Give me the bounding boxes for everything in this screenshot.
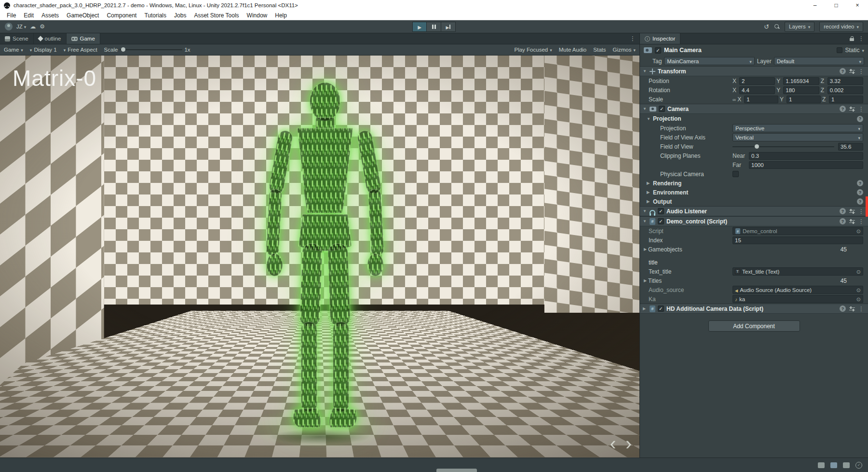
maximize-button[interactable]: □ (826, 0, 847, 11)
tab-game[interactable]: Game (67, 33, 100, 44)
foldout-icon[interactable] (647, 117, 651, 121)
hd-camera-enabled-checkbox[interactable] (658, 305, 664, 312)
rotation-x-field[interactable]: 4.4 (739, 86, 775, 94)
presets-icon[interactable] (849, 306, 855, 311)
gameobjects-size-field[interactable]: 45 (841, 246, 863, 253)
component-menu-icon[interactable] (858, 208, 864, 215)
audio-source-object-field[interactable]: Audio Source (Audio Source) (732, 286, 863, 294)
menu-component[interactable]: Component (103, 12, 140, 19)
position-y-field[interactable]: 1.165934 (783, 77, 819, 85)
text-title-object-field[interactable]: Text_title (Text) (732, 267, 863, 276)
minimize-button[interactable]: – (804, 0, 826, 11)
step-button[interactable] (441, 22, 456, 32)
audio-listener-header[interactable]: Audio Listener (640, 206, 868, 216)
menu-edit[interactable]: Edit (20, 12, 38, 19)
foldout-icon[interactable] (643, 219, 647, 223)
prev-arrow-icon[interactable]: ‹ (610, 434, 616, 453)
add-component-button[interactable]: Add Component (708, 320, 800, 332)
projection-section-header[interactable]: Projection (640, 114, 868, 124)
help-icon[interactable] (840, 68, 846, 74)
gameobject-name[interactable]: Main Camera (664, 47, 702, 54)
layer-dropdown[interactable]: Default (774, 57, 864, 65)
static-checkbox[interactable] (837, 47, 842, 53)
fov-slider-handle[interactable] (755, 144, 759, 149)
presets-icon[interactable] (849, 69, 855, 74)
scale-x-field[interactable]: 1 (744, 96, 778, 103)
status-icon-3[interactable] (843, 462, 850, 468)
scale-slider[interactable] (120, 49, 182, 50)
script-object-field[interactable]: Demo_control (732, 227, 863, 235)
help-icon[interactable] (840, 106, 846, 112)
constrain-proportions-icon[interactable] (732, 96, 736, 103)
foldout-icon[interactable] (647, 199, 651, 204)
ka-object-field[interactable]: ka (732, 295, 863, 303)
object-picker-icon[interactable] (856, 228, 861, 235)
tab-scene[interactable]: Scene (0, 33, 34, 44)
stats-toggle[interactable]: Stats (593, 47, 606, 53)
status-check-icon[interactable] (855, 462, 862, 469)
status-icon-2[interactable] (830, 462, 837, 468)
account-dropdown[interactable]: JZ (16, 24, 26, 29)
audio-listener-enabled-checkbox[interactable] (658, 208, 664, 214)
help-icon[interactable] (857, 189, 863, 195)
inspector-lock-icon[interactable] (850, 36, 854, 41)
undo-history-icon[interactable] (764, 23, 769, 30)
fov-slider[interactable] (732, 146, 834, 147)
foldout-icon[interactable] (643, 306, 647, 311)
presets-icon[interactable] (849, 106, 855, 111)
status-icon-1[interactable] (818, 462, 825, 468)
fov-value-field[interactable]: 35.6 (838, 143, 863, 151)
projection-dropdown[interactable]: Perspective (732, 124, 863, 132)
account-avatar[interactable] (5, 23, 13, 30)
gameobject-active-checkbox[interactable] (655, 47, 661, 54)
position-z-field[interactable]: 3.32 (827, 77, 863, 85)
menu-assets[interactable]: Assets (38, 12, 63, 19)
inspector-menu-icon[interactable] (858, 35, 864, 42)
presets-icon[interactable] (849, 208, 855, 214)
aspect-dropdown[interactable]: Free Aspect (64, 47, 97, 53)
menu-jobs[interactable]: Jobs (170, 12, 190, 19)
environment-foldout[interactable]: Environment (640, 188, 868, 197)
static-dropdown-icon[interactable] (862, 47, 864, 54)
camera-header[interactable]: Camera (640, 104, 868, 114)
object-picker-icon[interactable] (856, 287, 861, 293)
foldout-icon[interactable] (643, 69, 647, 73)
menu-file[interactable]: File (3, 12, 20, 19)
play-focused-dropdown[interactable]: Play Focused (515, 47, 552, 53)
foldout-icon[interactable] (643, 107, 647, 111)
help-icon[interactable] (840, 218, 846, 224)
menu-help[interactable]: Help (271, 12, 291, 19)
titles-size-field[interactable]: 45 (841, 278, 863, 284)
help-icon[interactable] (840, 208, 846, 214)
search-icon[interactable] (774, 24, 780, 29)
camera-enabled-checkbox[interactable] (659, 106, 665, 112)
help-icon[interactable] (857, 116, 863, 122)
hd-camera-data-header[interactable]: HD Additional Camera Data (Script) (640, 304, 868, 314)
next-arrow-icon[interactable]: › (625, 434, 632, 453)
layout-dropdown[interactable]: record video (819, 22, 863, 32)
menu-tutorials[interactable]: Tutorials (140, 12, 170, 19)
scale-y-field[interactable]: 1 (787, 96, 821, 103)
help-icon[interactable] (840, 305, 846, 312)
transform-header[interactable]: Transform (640, 66, 868, 76)
demo-control-enabled-checkbox[interactable] (658, 218, 664, 224)
object-picker-icon[interactable] (856, 296, 861, 303)
layers-dropdown[interactable]: Layers (785, 22, 814, 32)
game-panel-menu-icon[interactable] (630, 35, 636, 42)
tab-outline[interactable]: outline (34, 33, 67, 44)
component-menu-icon[interactable] (858, 218, 864, 225)
display-target-dropdown[interactable]: Game (4, 47, 23, 53)
mute-audio-toggle[interactable]: Mute Audio (559, 47, 587, 53)
tab-inspector[interactable]: Inspector (640, 33, 680, 44)
foldout-icon[interactable] (647, 190, 651, 194)
scale-z-field[interactable]: 1 (829, 96, 863, 103)
pause-button[interactable] (427, 22, 441, 32)
component-menu-icon[interactable] (858, 106, 864, 112)
component-menu-icon[interactable] (858, 68, 864, 75)
gameobjects-row[interactable]: Gameobjects 45 (640, 245, 868, 254)
close-button[interactable]: × (847, 0, 868, 11)
settings-gear-icon[interactable] (40, 23, 45, 30)
menu-asset-store-tools[interactable]: Asset Store Tools (190, 12, 243, 19)
output-foldout[interactable]: Output (640, 197, 868, 206)
scale-slider-handle[interactable] (121, 47, 125, 52)
